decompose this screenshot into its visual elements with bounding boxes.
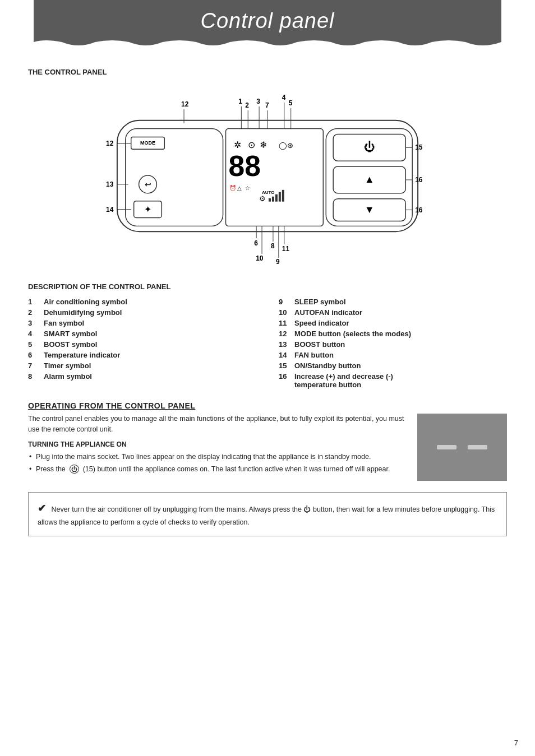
svg-text:1: 1	[238, 98, 242, 105]
svg-text:⊙: ⊙	[248, 140, 255, 150]
svg-text:88: 88	[228, 150, 260, 182]
desc-num-16: 16	[279, 372, 290, 389]
desc-item-9: 9 SLEEP symbol	[279, 296, 507, 307]
desc-text-1: Air conditioning symbol	[44, 298, 127, 306]
svg-rect-22	[272, 197, 274, 202]
svg-text:14: 14	[106, 206, 114, 214]
description-title: DESCRIPTION OF THE CONTROL PANEL	[28, 282, 507, 291]
diagram-section-title: THE CONTROL PANEL	[28, 68, 507, 76]
desc-text-14: FAN button	[294, 351, 334, 359]
desc-num-5: 5	[28, 340, 39, 349]
description-right: 9 SLEEP symbol 10 AUTOFAN indicator 11 S…	[279, 296, 507, 390]
desc-item-1: 1 Air conditioning symbol	[28, 296, 256, 307]
desc-num-12: 12	[279, 330, 290, 338]
operating-intro: The control panel enables you to manage …	[28, 414, 406, 435]
desc-item-14: 14 FAN button	[279, 350, 507, 360]
desc-text-6: Temperature indicator	[44, 351, 120, 359]
svg-text:9: 9	[276, 258, 280, 266]
svg-text:MODE: MODE	[140, 140, 155, 146]
desc-num-15: 15	[279, 361, 290, 370]
svg-text:15: 15	[415, 143, 423, 151]
bullet-list: Plug into the mains socket. Two lines ap…	[28, 452, 406, 475]
desc-item-10: 10 AUTOFAN indicator	[279, 307, 507, 318]
svg-text:6: 6	[254, 239, 258, 247]
desc-item-2: 2 Dehumidifying symbol	[28, 307, 256, 318]
desc-num-7: 7	[28, 361, 39, 370]
desc-num-10: 10	[279, 308, 290, 317]
svg-rect-25	[282, 190, 284, 202]
note-text: Never turn the air conditioner off by un…	[38, 505, 495, 526]
desc-text-10: AUTOFAN indicator	[294, 308, 362, 317]
svg-rect-23	[275, 194, 278, 202]
svg-text:⚙: ⚙	[259, 194, 266, 203]
desc-text-15: ON/Standby button	[294, 361, 361, 370]
desc-num-11: 11	[279, 319, 290, 327]
operating-body: The control panel enables you to manage …	[28, 414, 507, 481]
desc-text-7: Timer symbol	[44, 361, 91, 370]
desc-num-13: 13	[279, 340, 290, 349]
display-image	[417, 414, 507, 481]
desc-num-4: 4	[28, 330, 39, 338]
desc-text-5: BOOST symbol	[44, 340, 97, 349]
svg-text:☆: ☆	[245, 185, 250, 191]
svg-text:△: △	[237, 185, 242, 191]
desc-item-8: 8 Alarm symbol	[28, 371, 256, 382]
desc-text-2: Dehumidifying symbol	[44, 308, 122, 317]
svg-rect-24	[279, 192, 281, 202]
svg-text:13: 13	[106, 180, 114, 188]
desc-item-12: 12 MODE button (selects the modes)	[279, 328, 507, 339]
desc-text-12: MODE button (selects the modes)	[294, 330, 411, 338]
svg-text:3: 3	[256, 98, 260, 105]
description-left: 1 Air conditioning symbol 2 Dehumidifyin…	[28, 296, 256, 390]
svg-text:⏻: ⏻	[364, 141, 375, 153]
desc-item-6: 6 Temperature indicator	[28, 350, 256, 360]
desc-text-11: Speed indicator	[294, 319, 349, 327]
desc-num-9: 9	[279, 298, 290, 306]
bullet-item-2: Press the ⏻ (15) button until the applia…	[28, 464, 406, 475]
svg-text:5: 5	[289, 99, 293, 107]
svg-text:✲: ✲	[234, 140, 241, 150]
svg-text:8: 8	[271, 242, 275, 250]
description-section: DESCRIPTION OF THE CONTROL PANEL 1 Air c…	[28, 282, 507, 390]
header-banner: Control panel	[34, 0, 501, 39]
desc-num-8: 8	[28, 372, 39, 381]
turning-on-subtitle: TURNING THE APPLIANCE ON	[28, 439, 406, 449]
svg-text:12: 12	[106, 140, 114, 147]
desc-text-9: SLEEP symbol	[294, 298, 346, 306]
note-checkmark: ✔	[38, 503, 46, 514]
desc-item-15: 15 ON/Standby button	[279, 360, 507, 371]
bullet-item-1: Plug into the mains socket. Two lines ap…	[28, 452, 406, 462]
desc-item-13: 13 BOOST button	[279, 339, 507, 350]
operating-title: OPERATING FROM THE CONTROL PANEL	[28, 401, 507, 410]
note-box: ✔ Never turn the air conditioner off by …	[28, 492, 507, 536]
desc-num-1: 1	[28, 298, 39, 306]
display-dashes	[437, 445, 487, 449]
svg-text:16: 16	[415, 206, 423, 214]
svg-text:16: 16	[415, 176, 423, 184]
operating-section: OPERATING FROM THE CONTROL PANEL The con…	[28, 401, 507, 481]
display-dash-left	[437, 445, 456, 449]
svg-text:▲: ▲	[365, 174, 375, 185]
desc-text-4: SMART symbol	[44, 330, 97, 338]
desc-num-6: 6	[28, 351, 39, 359]
svg-text:◯: ◯	[279, 141, 287, 150]
desc-item-5: 5 BOOST symbol	[28, 339, 256, 350]
desc-num-14: 14	[279, 351, 290, 359]
svg-text:↩: ↩	[145, 180, 151, 189]
desc-item-3: 3 Fan symbol	[28, 318, 256, 328]
desc-text-16: Increase (+) and decrease (-)temperature…	[294, 372, 393, 389]
page-number: 7	[514, 739, 518, 747]
svg-rect-21	[269, 198, 271, 202]
svg-text:▼: ▼	[365, 204, 375, 215]
desc-text-8: Alarm symbol	[44, 372, 92, 381]
desc-item-4: 4 SMART symbol	[28, 328, 256, 339]
svg-text:⏰: ⏰	[229, 184, 237, 192]
svg-text:❄: ❄	[260, 140, 267, 150]
operating-text-block: The control panel enables you to manage …	[28, 414, 406, 481]
svg-text:11: 11	[282, 245, 290, 253]
description-grid: 1 Air conditioning symbol 2 Dehumidifyin…	[28, 296, 507, 390]
control-panel-diagram: MODE ↩ ✦ ✲ ⊙ ❄ ◯ ⊛ 88 ⏰ △ ☆ AUTO ⚙	[28, 81, 507, 271]
diagram-svg: MODE ↩ ✦ ✲ ⊙ ❄ ◯ ⊛ 88 ⏰ △ ☆ AUTO ⚙	[28, 81, 507, 271]
svg-text:2: 2	[245, 101, 249, 109]
desc-text-3: Fan symbol	[44, 319, 84, 327]
